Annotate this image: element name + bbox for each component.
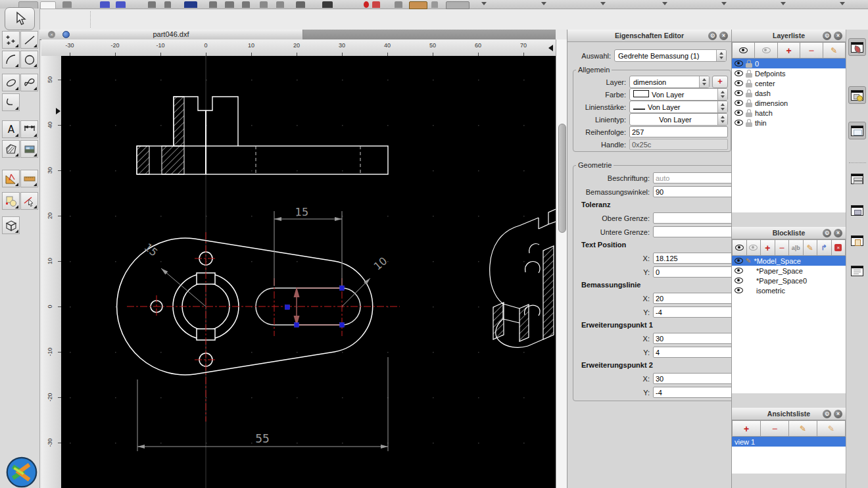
close-panel-icon[interactable]: × [719,32,728,40]
linetype-dropdown[interactable]: Von Layer [629,113,728,126]
add-layer-button[interactable]: + [712,76,728,88]
close-panel-icon[interactable]: × [834,229,842,237]
spline-tool-button[interactable] [20,74,38,91]
add-block-button[interactable]: + [761,239,775,256]
toggle-script-text-button[interactable] [848,262,866,280]
image-tool-button[interactable] [20,140,38,158]
dropdown-arrow-icon[interactable] [840,2,845,5]
line-tool-button[interactable] [20,31,38,49]
tab-part046[interactable]: × part046.dxf [39,30,303,39]
eye-icon[interactable] [735,100,743,106]
dropdown-arrow-icon[interactable] [662,2,667,5]
lock-icon[interactable] [746,70,752,78]
layer-row-dash[interactable]: dash [732,88,846,98]
top-toolbar-icon-fragment[interactable] [276,1,284,8]
lock-icon[interactable] [746,89,752,97]
polyline-tool-button[interactable] [2,93,20,111]
toggle-library-browser-button[interactable] [848,170,866,187]
canvas-vertical-scrollbar[interactable] [556,39,567,488]
dropdown-arrow-icon[interactable] [781,2,786,5]
eye-icon[interactable] [735,120,743,126]
block-row-model-space[interactable]: ✎ *Model_Space [732,256,846,266]
layer-row-thin[interactable]: thin [732,118,846,128]
show-all-blocks-button[interactable] [732,239,747,256]
add-layer-button[interactable]: + [778,42,800,59]
solid-tool-button[interactable] [2,216,20,234]
view-row-1[interactable]: view 1 [732,437,846,447]
top-toolbar-icon-fragment[interactable] [62,1,72,8]
block-row-isometric[interactable]: isometric [732,285,846,295]
edit-layer-button[interactable]: ✎ [823,42,846,59]
insert-block-button[interactable]: ↱ [817,239,832,256]
dropdown-arrow-icon[interactable] [481,2,487,5]
detach-panel-icon[interactable]: ⊙ [823,229,831,237]
detach-panel-icon[interactable]: ⊙ [823,32,831,40]
detach-panel-icon[interactable]: ⊙ [823,410,831,418]
eye-icon[interactable] [735,80,743,86]
beschriftung-input[interactable] [653,172,736,183]
drawing-canvas[interactable]: 15 15 10 55 [61,56,556,488]
top-toolbar-icon-fragment[interactable] [395,1,402,8]
top-toolbar-icon-fragment[interactable] [409,1,427,9]
remove-layer-button[interactable]: − [800,42,823,59]
measure-tool-button[interactable] [2,170,20,187]
top-toolbar-icon-fragment[interactable] [164,1,171,8]
layer-row-dimension[interactable]: dimension [732,98,846,108]
layer-row-center[interactable]: center [732,78,846,88]
dropdown-arrow-icon[interactable] [600,2,606,5]
draworder-input[interactable] [629,126,728,137]
arc-tool-button[interactable] [2,51,20,68]
lock-icon[interactable] [746,109,752,117]
grip-ext-point-2[interactable] [340,323,345,328]
top-toolbar-icon-fragment[interactable] [322,1,333,8]
lock-icon[interactable] [746,119,752,127]
hatch-tool-button[interactable] [2,140,20,158]
rename-view-button[interactable]: ✎ [817,420,846,437]
ruler-tool-button[interactable] [20,170,38,187]
toggle-layer-list-button[interactable] [848,86,866,104]
lineweight-dropdown[interactable]: Von Layer [629,101,728,113]
hide-all-blocks-button[interactable] [747,239,761,256]
top-toolbar-icon-fragment[interactable] [431,1,438,8]
toggle-property-editor-button[interactable] [848,38,866,56]
dropdown-arrow-icon[interactable] [721,2,727,5]
lock-icon[interactable] [746,60,752,68]
eye-icon[interactable] [735,287,743,293]
edit-view-button[interactable]: ✎ [789,420,817,437]
grip-text-position[interactable] [285,305,290,310]
color-dropdown[interactable]: Von Layer [629,88,728,101]
grip-ext-point-1[interactable] [340,286,345,291]
lock-icon[interactable] [746,99,752,107]
eye-icon[interactable] [735,110,743,116]
add-view-button[interactable]: + [732,420,761,437]
pick-entity-tool-button[interactable] [20,192,38,210]
block-row-paper-space0[interactable]: *Paper_Space0 [732,276,846,285]
rename-block-button[interactable]: a|b [789,239,804,256]
edit-block-button[interactable]: ✎ [804,239,818,256]
modify-tool-button[interactable] [2,192,20,210]
lock-icon[interactable] [746,80,752,87]
layer-dropdown[interactable]: dimension [629,76,710,88]
detach-panel-icon[interactable]: ⊙ [708,32,717,40]
selection-tool-button[interactable] [5,7,35,30]
top-toolbar-icon-fragment[interactable] [40,1,56,9]
purge-block-button[interactable]: × [832,239,846,256]
dropdown-arrow-icon[interactable] [541,2,546,5]
top-toolbar-icon-fragment[interactable] [364,1,369,8]
top-toolbar-icon-fragment[interactable] [225,1,234,8]
circle-tool-button[interactable] [20,51,38,68]
top-toolbar-icon-fragment[interactable] [184,1,197,8]
top-toolbar-icon-fragment[interactable] [100,1,110,8]
layer-row-hatch[interactable]: hatch [732,108,846,118]
text-tool-button[interactable]: A [2,120,20,138]
dimension-tool-button[interactable] [20,120,38,138]
scrollbar-thumb[interactable] [558,124,566,233]
eye-icon[interactable] [735,278,743,283]
top-toolbar-icon-fragment[interactable] [116,1,126,8]
top-toolbar-icon-fragment[interactable] [260,1,268,8]
ellipse-tool-button[interactable] [2,74,20,91]
top-toolbar-icon-fragment[interactable] [148,1,156,8]
layer-row-defpoints[interactable]: Defpoints [732,68,846,78]
top-toolbar-icon-fragment[interactable] [209,1,217,8]
close-panel-icon[interactable]: × [834,410,842,418]
